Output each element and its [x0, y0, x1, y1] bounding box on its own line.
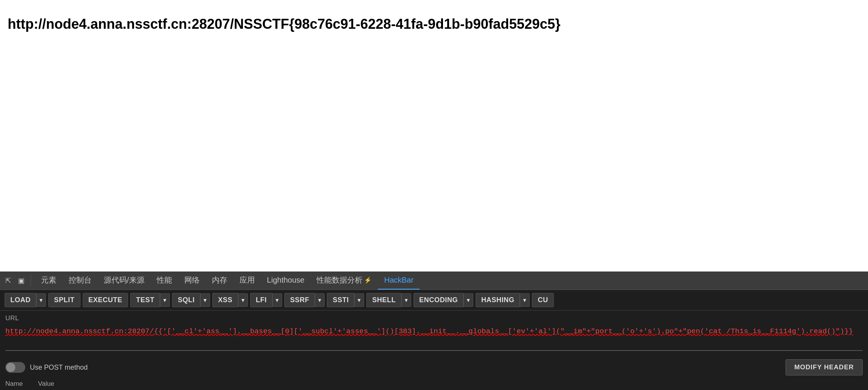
- hackbar-toolbar: LOAD ▾ SPLIT EXECUTE TEST ▾ SQLI ▾ XSS ▾…: [0, 290, 868, 311]
- devtools-tab-bar: ⇱ ▣ 元素 控制台 源代码/来源 性能 网络 内存 应用 Lighthouse…: [0, 272, 868, 290]
- encoding-btn-group: ENCODING ▾: [413, 293, 473, 307]
- xss-dropdown-arrow[interactable]: ▾: [238, 293, 248, 307]
- shell-btn-group: SHELL ▾: [366, 293, 411, 307]
- xss-btn-group: XSS ▾: [212, 293, 248, 307]
- tab-network[interactable]: 网络: [178, 272, 206, 290]
- split-button[interactable]: SPLIT: [48, 293, 80, 307]
- value-column-header: Value: [38, 380, 54, 388]
- hashing-btn-group: HASHING ▾: [476, 293, 530, 307]
- tab-elements[interactable]: 元素: [35, 272, 62, 290]
- hashing-button[interactable]: HASHING: [476, 293, 520, 307]
- name-value-row: Name Value: [0, 380, 868, 390]
- lfi-btn-group: LFI ▾: [250, 293, 282, 307]
- tab-console[interactable]: 控制台: [62, 272, 98, 290]
- ssrf-button[interactable]: SSRF: [284, 293, 315, 307]
- tab-hackbar[interactable]: HackBar: [378, 272, 420, 290]
- encoding-dropdown-arrow[interactable]: ▾: [463, 293, 473, 307]
- devtools-panel: ⇱ ▣ 元素 控制台 源代码/来源 性能 网络 内存 应用 Lighthouse…: [0, 272, 868, 390]
- url-input[interactable]: http://node4.anna.nssctf.cn:28207/{{'['_…: [5, 324, 863, 351]
- tab-performance[interactable]: 性能: [151, 272, 178, 290]
- ssti-btn-group: SSTI ▾: [327, 293, 364, 307]
- modify-header-button[interactable]: MODIFY HEADER: [786, 359, 863, 375]
- devtools-icon-buttons: ⇱ ▣: [3, 275, 31, 286]
- lfi-button[interactable]: LFI: [250, 293, 272, 307]
- device-icon-btn[interactable]: ▣: [16, 275, 27, 286]
- name-column-header: Name: [5, 380, 23, 388]
- test-btn-group: TEST ▾: [130, 293, 170, 307]
- inspect-icon-btn[interactable]: ⇱: [3, 275, 13, 286]
- toggle-knob: [6, 363, 15, 372]
- test-button[interactable]: TEST: [130, 293, 160, 307]
- encoding-button[interactable]: ENCODING: [413, 293, 463, 307]
- url-label: URL: [5, 314, 863, 322]
- load-dropdown-arrow[interactable]: ▾: [36, 293, 46, 307]
- perf-analysis-icon: ⚡: [364, 276, 372, 284]
- cu-button[interactable]: CU: [532, 293, 554, 307]
- ssrf-dropdown-arrow[interactable]: ▾: [315, 293, 325, 307]
- url-section: URL http://node4.anna.nssctf.cn:28207/{{…: [0, 311, 868, 355]
- hashing-dropdown-arrow[interactable]: ▾: [520, 293, 530, 307]
- ssrf-btn-group: SSRF ▾: [284, 293, 325, 307]
- lfi-dropdown-arrow[interactable]: ▾: [272, 293, 282, 307]
- xss-button[interactable]: XSS: [212, 293, 238, 307]
- shell-dropdown-arrow[interactable]: ▾: [401, 293, 411, 307]
- tab-sources[interactable]: 源代码/来源: [98, 272, 151, 290]
- tab-perf-analysis[interactable]: 性能数据分析 ⚡: [310, 272, 378, 290]
- tab-memory[interactable]: 内存: [206, 272, 233, 290]
- post-method-label: Use POST method: [30, 364, 88, 372]
- post-method-toggle: Use POST method: [5, 362, 88, 373]
- tab-lighthouse[interactable]: Lighthouse: [261, 272, 311, 290]
- test-dropdown-arrow[interactable]: ▾: [160, 293, 170, 307]
- browser-content: http://node4.anna.nssctf.cn:28207/NSSCTF…: [0, 0, 868, 146]
- load-btn-group: LOAD ▾: [5, 293, 46, 307]
- tab-application[interactable]: 应用: [233, 272, 261, 290]
- execute-button[interactable]: EXECUTE: [83, 293, 128, 307]
- post-method-switch[interactable]: [5, 362, 25, 373]
- shell-button[interactable]: SHELL: [366, 293, 401, 307]
- page-url: http://node4.anna.nssctf.cn:28207/NSSCTF…: [8, 12, 860, 37]
- load-button[interactable]: LOAD: [5, 293, 36, 307]
- sqli-btn-group: SQLI ▾: [172, 293, 210, 307]
- sqli-button[interactable]: SQLI: [172, 293, 200, 307]
- ssti-button[interactable]: SSTI: [327, 293, 354, 307]
- ssti-dropdown-arrow[interactable]: ▾: [354, 293, 364, 307]
- hackbar-bottom-bar: Use POST method MODIFY HEADER: [0, 355, 868, 380]
- sqli-dropdown-arrow[interactable]: ▾: [200, 293, 210, 307]
